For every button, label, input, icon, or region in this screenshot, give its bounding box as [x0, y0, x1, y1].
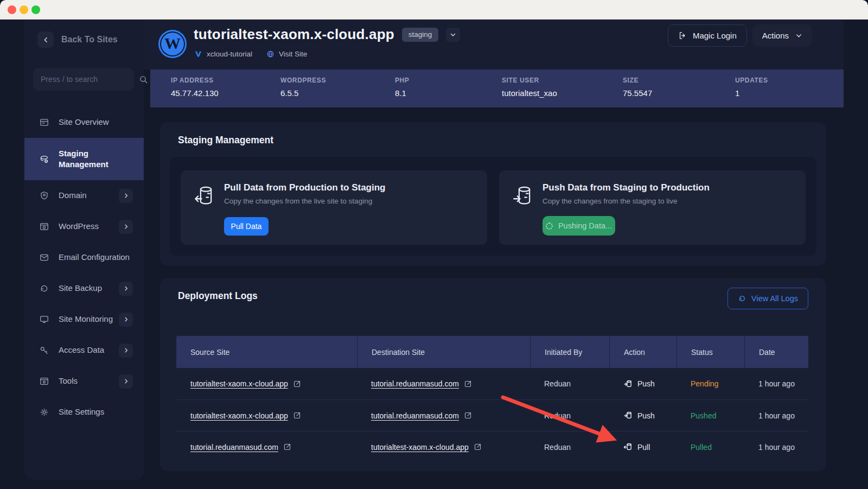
table-header: Source Site Destination Site Initiated B…	[176, 336, 808, 368]
push-card-title: Push Data from Staging to Production	[542, 182, 710, 193]
external-link-icon[interactable]	[293, 411, 301, 420]
gear-icon	[39, 407, 49, 417]
initiated-by: Reduan	[530, 379, 609, 388]
environment-badge: staging	[402, 28, 439, 42]
push-action-icon	[623, 379, 633, 389]
sidebar-search[interactable]	[33, 68, 134, 91]
search-input[interactable]	[41, 75, 139, 84]
info-wordpress: WORDPRESS6.5.5	[280, 77, 326, 98]
sidebar-item-tools[interactable]: Tools	[24, 366, 144, 397]
external-link-icon[interactable]	[283, 443, 291, 451]
staging-icon	[39, 154, 49, 164]
magic-login-button[interactable]: Magic Login	[668, 24, 747, 47]
site-header: W tutorialtest-xaom.x-cloud.app staging …	[144, 20, 844, 69]
source-site-link[interactable]: tutorialtest-xaom.x-cloud.app	[190, 379, 288, 388]
status-badge: Pushed	[691, 411, 716, 420]
shield-icon	[39, 190, 49, 201]
log-date: 1 hour ago	[744, 443, 808, 452]
sidebar-item-site-backup[interactable]: Site Backup	[24, 273, 144, 304]
pull-card-title: Pull Data from Production to Staging	[224, 182, 386, 193]
site-overview-icon	[39, 117, 49, 128]
chevron-right-icon[interactable]	[119, 344, 133, 358]
sidebar-item-access-data[interactable]: Access Data	[24, 335, 144, 366]
source-site-link[interactable]: tutorial.reduanmasud.com	[190, 443, 278, 452]
site-info-bar: IP ADDRESS45.77.42.130 WORDPRESS6.5.5 PH…	[150, 69, 844, 107]
destination-site-link[interactable]: tutorial.reduanmasud.com	[371, 411, 459, 420]
sidebar-item-site-settings[interactable]: Site Settings	[24, 397, 144, 428]
deployment-logs-table: Source Site Destination Site Initiated B…	[176, 336, 808, 462]
status-badge: Pending	[691, 379, 718, 388]
staging-panel: Pull Data from Production to Staging Cop…	[170, 157, 816, 256]
chevron-right-icon[interactable]	[119, 313, 133, 327]
main-area: W tutorialtest-xaom.x-cloud.app staging …	[144, 20, 844, 489]
external-link-icon[interactable]	[464, 380, 472, 388]
xcloud-logo-icon	[194, 50, 202, 58]
maximize-window-button[interactable]	[31, 5, 40, 14]
sidebar-item-site-overview[interactable]: Site Overview	[24, 107, 144, 138]
chevron-right-icon[interactable]	[119, 374, 133, 389]
info-php: PHP8.1	[395, 77, 409, 98]
wordpress-logo-icon: W	[158, 30, 187, 58]
chevron-left-icon[interactable]	[37, 31, 54, 48]
visit-site-link[interactable]: Visit Site	[266, 50, 307, 58]
log-date: 1 hour ago	[744, 379, 808, 388]
staging-management-section: Staging Management Pull Data from Produc…	[160, 122, 826, 266]
chevron-right-icon[interactable]	[119, 282, 133, 296]
pushing-data-button[interactable]: Pushing Data...	[542, 216, 615, 236]
history-icon	[738, 294, 746, 303]
sidebar-item-email-configuration[interactable]: Email Configuration	[24, 242, 144, 273]
actions-button[interactable]: Actions	[752, 24, 812, 47]
external-link-icon[interactable]	[464, 411, 472, 420]
minimize-window-button[interactable]	[20, 5, 28, 14]
sidebar-item-staging-management[interactable]: Staging Management	[24, 138, 144, 180]
back-to-sites-label: Back To Sites	[61, 35, 118, 45]
login-icon	[678, 31, 687, 40]
environment-dropdown[interactable]	[446, 28, 460, 42]
external-link-icon[interactable]	[474, 443, 482, 451]
deployment-logs-section: Deployment Logs View All Logs Source Sit…	[160, 278, 826, 471]
tools-icon	[39, 376, 49, 386]
sidebar-item-domain[interactable]: Domain	[24, 180, 144, 211]
backup-icon	[39, 283, 49, 294]
destination-site-link[interactable]: tutorialtest-xaom.x-cloud.app	[371, 443, 469, 452]
sidebar-item-wordpress[interactable]: WordPress	[24, 211, 144, 242]
page-title: tutorialtest-xaom.x-cloud.app	[194, 26, 394, 43]
view-all-logs-button[interactable]: View All Logs	[727, 288, 808, 309]
section-title: Staging Management	[178, 135, 273, 146]
destination-site-link[interactable]: tutorial.reduanmasud.com	[371, 379, 459, 388]
info-size: SIZE75.5547	[623, 77, 652, 98]
chevron-right-icon[interactable]	[119, 189, 133, 203]
initiated-by: Reduan	[530, 411, 609, 420]
info-site-user: SITE USERtutorialtest_xao	[502, 77, 557, 98]
info-updates: UPDATES1	[735, 77, 768, 98]
initiated-by: Reduan	[530, 443, 609, 452]
table-row: tutorialtest-xaom.x-cloud.app tutorial.r…	[176, 368, 808, 399]
source-site-link[interactable]: tutorialtest-xaom.x-cloud.app	[190, 411, 288, 420]
status-badge: Pulled	[691, 443, 712, 452]
app-window: Back To Sites Site Overview Staging Mana…	[0, 0, 868, 489]
pull-data-button[interactable]: Pull Data	[224, 217, 269, 236]
push-data-card: Push Data from Staging to Production Cop…	[499, 170, 806, 245]
server-link[interactable]: xcloud-tutorial	[194, 50, 252, 58]
sidebar-item-site-monitoring[interactable]: Site Monitoring	[24, 304, 144, 335]
database-pull-icon	[193, 185, 215, 233]
table-row: tutorial.reduanmasud.com tutorialtest-xa…	[176, 431, 808, 462]
spinner-icon	[546, 223, 553, 230]
section-title: Deployment Logs	[178, 290, 258, 302]
globe-icon	[266, 50, 275, 58]
external-link-icon[interactable]	[293, 380, 301, 388]
sidebar: Back To Sites Site Overview Staging Mana…	[24, 20, 144, 480]
key-icon	[39, 345, 49, 355]
sidebar-nav: Site Overview Staging Management Domain …	[24, 107, 144, 428]
wordpress-icon	[39, 221, 49, 232]
back-to-sites[interactable]: Back To Sites	[37, 31, 118, 48]
push-card-subtitle: Copy the changes from the staging to liv…	[542, 197, 710, 205]
table-row: tutorialtest-xaom.x-cloud.app tutorial.r…	[176, 399, 808, 431]
chevron-down-icon	[795, 32, 802, 39]
database-push-icon	[511, 185, 534, 233]
push-action-icon	[623, 411, 633, 420]
chevron-right-icon[interactable]	[119, 220, 133, 234]
macos-titlebar	[0, 0, 868, 20]
monitor-icon	[39, 314, 49, 325]
close-window-button[interactable]	[8, 5, 16, 14]
